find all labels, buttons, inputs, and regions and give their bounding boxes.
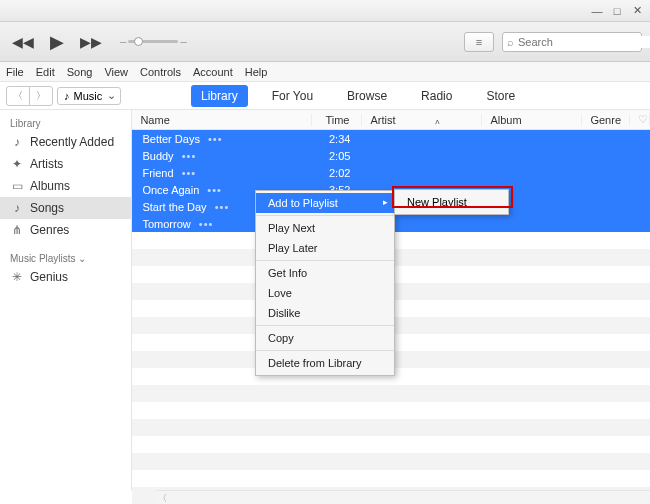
col-loved[interactable]: ♡: [630, 113, 650, 126]
table-row-empty: [132, 385, 650, 402]
sidebar-heading-library: Library: [0, 114, 131, 131]
volume-slider[interactable]: ─ ─: [120, 37, 187, 47]
minimize-button[interactable]: —: [590, 4, 604, 18]
menu-help[interactable]: Help: [245, 66, 268, 78]
tab-library[interactable]: Library: [191, 85, 248, 107]
menu-item-play-later[interactable]: Play Later: [256, 238, 394, 258]
menu-file[interactable]: File: [6, 66, 24, 78]
rewind-button[interactable]: ◀◀: [8, 34, 38, 50]
sidebar-icon: ♪: [10, 135, 24, 149]
menu-item-get-info[interactable]: Get Info: [256, 260, 394, 283]
table-row-empty: [132, 402, 650, 419]
horizontal-scrollbar[interactable]: 〈: [156, 490, 650, 504]
submenu-item-new-playlist[interactable]: New Playlist: [395, 192, 508, 212]
row-actions-icon[interactable]: •••: [211, 201, 230, 213]
row-actions-icon[interactable]: •••: [204, 133, 223, 145]
tab-store[interactable]: Store: [476, 85, 525, 107]
tab-for-you[interactable]: For You: [262, 85, 323, 107]
tab-browse[interactable]: Browse: [337, 85, 397, 107]
table-row-empty: [132, 470, 650, 487]
table-row[interactable]: Buddy •••2:05: [132, 147, 650, 164]
context-menu: Add to PlaylistPlay NextPlay LaterGet In…: [255, 190, 395, 376]
menu-item-delete-from-library[interactable]: Delete from Library: [256, 350, 394, 373]
row-actions-icon[interactable]: •••: [203, 184, 222, 196]
sidebar-icon: ⋔: [10, 223, 24, 237]
col-genre[interactable]: Genre: [582, 114, 630, 126]
row-actions-icon[interactable]: •••: [195, 218, 214, 230]
row-actions-icon[interactable]: •••: [178, 167, 197, 179]
play-button[interactable]: ▶: [46, 31, 68, 53]
sidebar-item-genius[interactable]: ✳Genius: [0, 266, 131, 288]
col-time[interactable]: Time: [312, 114, 362, 126]
menu-item-add-to-playlist[interactable]: Add to Playlist: [256, 193, 394, 213]
search-icon: ⌕: [507, 36, 514, 48]
source-dropdown[interactable]: ♪ Music: [57, 87, 121, 105]
search-field[interactable]: ⌕: [502, 32, 642, 52]
menu-bar: File Edit Song View Controls Account Hel…: [0, 62, 650, 82]
sidebar-item-genres[interactable]: ⋔Genres: [0, 219, 131, 241]
sort-caret-icon: ʌ: [435, 117, 440, 126]
title-bar: — □ ✕: [0, 0, 650, 22]
menu-item-copy[interactable]: Copy: [256, 325, 394, 348]
sidebar-item-recently-added[interactable]: ♪Recently Added: [0, 131, 131, 153]
forward-button[interactable]: ▶▶: [76, 34, 106, 50]
table-row[interactable]: Friend •••2:02: [132, 164, 650, 181]
col-album[interactable]: Album: [482, 114, 582, 126]
table-row[interactable]: Better Days •••2:34: [132, 130, 650, 147]
table-header: Name Time Artistʌ Album Genre ♡: [132, 110, 650, 130]
row-actions-icon[interactable]: •••: [178, 150, 197, 162]
sidebar-icon: ♪: [10, 201, 24, 215]
sidebar-icon: ▭: [10, 179, 24, 193]
menu-edit[interactable]: Edit: [36, 66, 55, 78]
col-artist[interactable]: Artistʌ: [362, 114, 482, 126]
close-button[interactable]: ✕: [630, 4, 644, 18]
col-name[interactable]: Name: [132, 114, 312, 126]
table-row-empty: [132, 436, 650, 453]
nav-row: 〈〉 ♪ Music LibraryFor YouBrowseRadioStor…: [0, 82, 650, 110]
sidebar-item-songs[interactable]: ♪Songs: [0, 197, 131, 219]
table-row-empty: [132, 419, 650, 436]
sidebar-item-albums[interactable]: ▭Albums: [0, 175, 131, 197]
menu-view[interactable]: View: [104, 66, 128, 78]
tab-radio[interactable]: Radio: [411, 85, 462, 107]
sidebar-heading-playlists[interactable]: Music Playlists ⌄: [0, 249, 131, 266]
sidebar-icon: ✦: [10, 157, 24, 171]
toolbar: ◀◀ ▶ ▶▶ ─ ─ ≡ ⌕: [0, 22, 650, 62]
menu-item-love[interactable]: Love: [256, 283, 394, 303]
sidebar-icon: ✳: [10, 270, 24, 284]
menu-account[interactable]: Account: [193, 66, 233, 78]
context-submenu: New Playlist: [394, 189, 509, 215]
maximize-button[interactable]: □: [610, 4, 624, 18]
table-row-empty: [132, 453, 650, 470]
sidebar: Library ♪Recently Added✦Artists▭Albums♪S…: [0, 110, 132, 490]
search-input[interactable]: [518, 36, 650, 48]
menu-item-dislike[interactable]: Dislike: [256, 303, 394, 323]
nav-back-forward[interactable]: 〈〉: [6, 86, 53, 106]
menu-controls[interactable]: Controls: [140, 66, 181, 78]
music-icon: ♪: [64, 90, 70, 102]
menu-item-play-next[interactable]: Play Next: [256, 215, 394, 238]
list-view-button[interactable]: ≡: [464, 32, 494, 52]
sidebar-item-artists[interactable]: ✦Artists: [0, 153, 131, 175]
menu-song[interactable]: Song: [67, 66, 93, 78]
